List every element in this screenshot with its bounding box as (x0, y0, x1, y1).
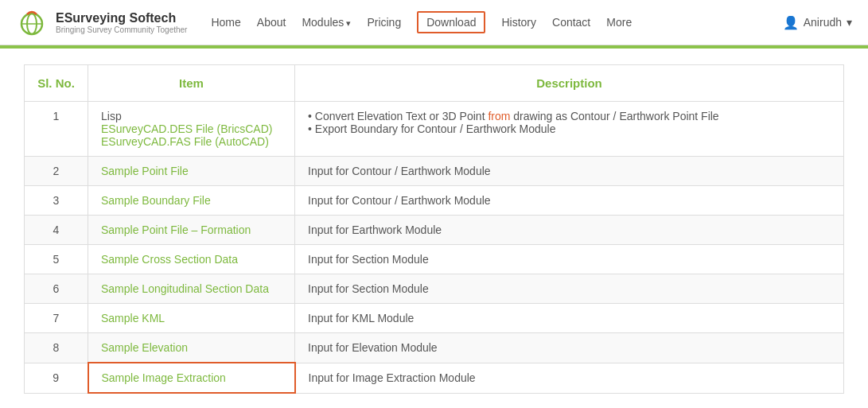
item-cell[interactable]: Sample KML (88, 304, 295, 333)
desc-line: Input for Earthwork Module (308, 223, 831, 236)
download-table: Sl. No. Item Description 1LispESurveyCAD… (24, 64, 844, 394)
desc-cell: Input for Contour / Earthwork Module (295, 186, 844, 216)
desc-cell: Input for Section Module (295, 274, 844, 304)
desc-cell: Input for Section Module (295, 245, 844, 274)
table-row: 1LispESurveyCAD.DES File (BricsCAD)ESurv… (25, 102, 844, 157)
item-link[interactable]: Sample Image Extraction (102, 371, 226, 384)
sl-cell: 9 (25, 363, 88, 393)
nav-more[interactable]: More (606, 16, 632, 29)
sl-cell: 8 (25, 333, 88, 363)
table-row: 7Sample KMLInput for KML Module (25, 304, 844, 333)
table-row: 5Sample Cross Section DataInput for Sect… (25, 245, 844, 274)
item-sub-link-1[interactable]: ESurveyCAD.DES File (BricsCAD) (101, 122, 272, 135)
item-cell[interactable]: Sample Image Extraction (88, 363, 295, 393)
user-chevron-icon: ▾ (847, 16, 852, 29)
user-name: Anirudh (804, 16, 842, 29)
item-sub-link-2[interactable]: ESurveyCAD.FAS File (AutoCAD) (101, 135, 269, 148)
col-header-desc: Description (295, 65, 844, 102)
table-row: 4Sample Point File – FormationInput for … (25, 216, 844, 245)
logo-subtitle: Bringing Survey Community Together (56, 25, 187, 34)
sl-cell: 6 (25, 274, 88, 304)
table-row: 6Sample Longitudinal Section DataInput f… (25, 274, 844, 304)
item-link[interactable]: Sample KML (101, 312, 165, 324)
item-cell[interactable]: Sample Elevation (88, 333, 295, 363)
user-icon: 👤 (783, 15, 799, 30)
desc-line: Input for Contour / Earthwork Module (308, 165, 831, 177)
desc-line: • Convert Elevation Text or 3D Point fro… (308, 110, 831, 122)
sl-cell: 7 (25, 304, 88, 333)
item-cell: LispESurveyCAD.DES File (BricsCAD)ESurve… (88, 102, 295, 157)
item-cell[interactable]: Sample Boundary File (88, 186, 295, 216)
desc-cell: Input for Image Extraction Module (295, 363, 844, 393)
sl-cell: 4 (25, 216, 88, 245)
nav-home[interactable]: Home (211, 16, 240, 29)
table-row: 8Sample ElevationInput for Elevation Mod… (25, 333, 844, 363)
desc-line: Input for KML Module (308, 312, 831, 324)
header: ESurveying Softech Bringing Survey Commu… (0, 0, 868, 45)
desc-cell: Input for Contour / Earthwork Module (295, 157, 844, 186)
main-nav: Home About Modules Pricing Download Hist… (211, 11, 782, 33)
item-link[interactable]: Sample Elevation (101, 341, 188, 354)
nav-modules[interactable]: Modules (302, 16, 351, 29)
nav-contact[interactable]: Contact (552, 16, 590, 29)
nav-about[interactable]: About (257, 16, 286, 29)
logo-title: ESurveying Softech (56, 11, 187, 25)
item-link[interactable]: Sample Point File – Formation (101, 223, 251, 236)
table-row: 9Sample Image ExtractionInput for Image … (25, 363, 844, 393)
sl-cell: 2 (25, 157, 88, 186)
item-cell[interactable]: Sample Point File – Formation (88, 216, 295, 245)
nav-download[interactable]: Download (417, 11, 485, 33)
col-header-item: Item (88, 65, 295, 102)
sl-cell: 5 (25, 245, 88, 274)
col-header-sl: Sl. No. (25, 65, 88, 102)
item-link[interactable]: Sample Cross Section Data (101, 253, 238, 266)
desc-cell: Input for Elevation Module (295, 333, 844, 363)
desc-cell: • Convert Elevation Text or 3D Point fro… (295, 102, 844, 157)
desc-line: • Export Boundary for Contour / Earthwor… (308, 122, 831, 135)
desc-cell: Input for KML Module (295, 304, 844, 333)
item-link[interactable]: Sample Longitudinal Section Data (101, 282, 269, 295)
item-main-text: Lisp (101, 110, 122, 122)
desc-line: Input for Section Module (308, 253, 831, 266)
nav-history[interactable]: History (501, 16, 536, 29)
logo-area: ESurveying Softech Bringing Survey Commu… (16, 6, 187, 38)
item-cell[interactable]: Sample Longitudinal Section Data (88, 274, 295, 304)
desc-line: Input for Image Extraction Module (309, 371, 831, 384)
sl-cell: 1 (25, 102, 88, 157)
item-cell[interactable]: Sample Cross Section Data (88, 245, 295, 274)
item-cell[interactable]: Sample Point File (88, 157, 295, 186)
logo-icon (16, 6, 48, 38)
logo-text: ESurveying Softech Bringing Survey Commu… (56, 11, 187, 34)
item-link[interactable]: Sample Boundary File (101, 194, 211, 207)
table-row: 2Sample Point FileInput for Contour / Ea… (25, 157, 844, 186)
sl-cell: 3 (25, 186, 88, 216)
user-menu[interactable]: 👤 Anirudh ▾ (783, 15, 852, 30)
main-content: Sl. No. Item Description 1LispESurveyCAD… (0, 49, 868, 408)
nav-pricing[interactable]: Pricing (367, 16, 401, 29)
item-link[interactable]: Sample Point File (101, 165, 189, 177)
table-row: 3Sample Boundary FileInput for Contour /… (25, 186, 844, 216)
desc-cell: Input for Earthwork Module (295, 216, 844, 245)
desc-line: Input for Section Module (308, 282, 831, 295)
desc-line: Input for Contour / Earthwork Module (308, 194, 831, 207)
desc-line: Input for Elevation Module (308, 341, 831, 354)
